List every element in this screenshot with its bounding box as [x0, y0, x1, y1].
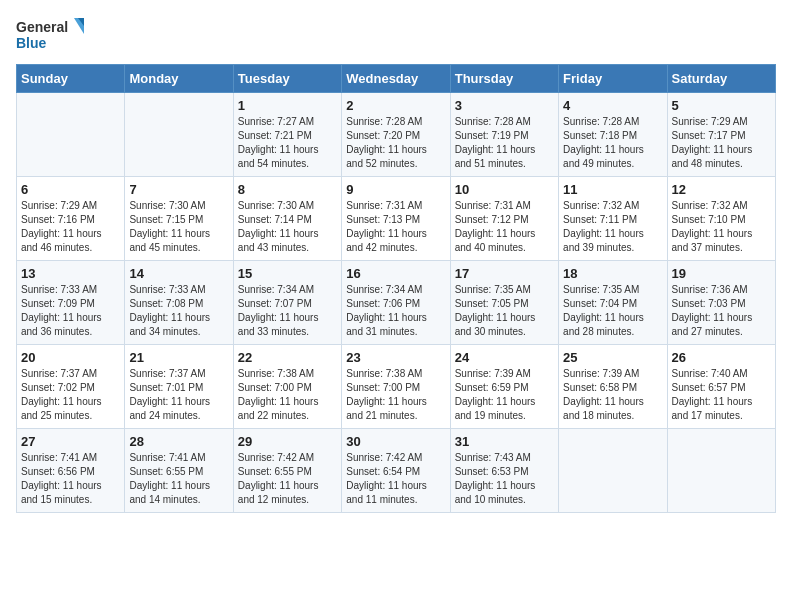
col-header-monday: Monday [125, 65, 233, 93]
calendar-cell: 15Sunrise: 7:34 AMSunset: 7:07 PMDayligh… [233, 261, 341, 345]
day-number: 12 [672, 182, 771, 197]
day-info: Sunrise: 7:30 AMSunset: 7:14 PMDaylight:… [238, 199, 337, 255]
day-info: Sunrise: 7:34 AMSunset: 7:07 PMDaylight:… [238, 283, 337, 339]
day-info: Sunrise: 7:33 AMSunset: 7:09 PMDaylight:… [21, 283, 120, 339]
calendar-cell [125, 93, 233, 177]
calendar-cell: 13Sunrise: 7:33 AMSunset: 7:09 PMDayligh… [17, 261, 125, 345]
calendar-cell: 24Sunrise: 7:39 AMSunset: 6:59 PMDayligh… [450, 345, 558, 429]
day-info: Sunrise: 7:37 AMSunset: 7:02 PMDaylight:… [21, 367, 120, 423]
calendar-cell: 4Sunrise: 7:28 AMSunset: 7:18 PMDaylight… [559, 93, 667, 177]
calendar-cell: 16Sunrise: 7:34 AMSunset: 7:06 PMDayligh… [342, 261, 450, 345]
day-info: Sunrise: 7:28 AMSunset: 7:19 PMDaylight:… [455, 115, 554, 171]
calendar-cell: 23Sunrise: 7:38 AMSunset: 7:00 PMDayligh… [342, 345, 450, 429]
day-info: Sunrise: 7:31 AMSunset: 7:12 PMDaylight:… [455, 199, 554, 255]
day-number: 24 [455, 350, 554, 365]
day-info: Sunrise: 7:35 AMSunset: 7:05 PMDaylight:… [455, 283, 554, 339]
calendar-cell [667, 429, 775, 513]
week-row-5: 27Sunrise: 7:41 AMSunset: 6:56 PMDayligh… [17, 429, 776, 513]
day-info: Sunrise: 7:27 AMSunset: 7:21 PMDaylight:… [238, 115, 337, 171]
day-info: Sunrise: 7:29 AMSunset: 7:16 PMDaylight:… [21, 199, 120, 255]
day-info: Sunrise: 7:30 AMSunset: 7:15 PMDaylight:… [129, 199, 228, 255]
calendar-cell: 30Sunrise: 7:42 AMSunset: 6:54 PMDayligh… [342, 429, 450, 513]
day-number: 30 [346, 434, 445, 449]
week-row-3: 13Sunrise: 7:33 AMSunset: 7:09 PMDayligh… [17, 261, 776, 345]
calendar-cell: 9Sunrise: 7:31 AMSunset: 7:13 PMDaylight… [342, 177, 450, 261]
day-info: Sunrise: 7:42 AMSunset: 6:54 PMDaylight:… [346, 451, 445, 507]
day-info: Sunrise: 7:38 AMSunset: 7:00 PMDaylight:… [238, 367, 337, 423]
day-number: 9 [346, 182, 445, 197]
day-info: Sunrise: 7:28 AMSunset: 7:18 PMDaylight:… [563, 115, 662, 171]
day-number: 18 [563, 266, 662, 281]
day-number: 26 [672, 350, 771, 365]
day-number: 20 [21, 350, 120, 365]
day-number: 1 [238, 98, 337, 113]
day-info: Sunrise: 7:31 AMSunset: 7:13 PMDaylight:… [346, 199, 445, 255]
day-info: Sunrise: 7:36 AMSunset: 7:03 PMDaylight:… [672, 283, 771, 339]
day-number: 31 [455, 434, 554, 449]
calendar-cell: 10Sunrise: 7:31 AMSunset: 7:12 PMDayligh… [450, 177, 558, 261]
day-info: Sunrise: 7:41 AMSunset: 6:56 PMDaylight:… [21, 451, 120, 507]
day-info: Sunrise: 7:39 AMSunset: 6:59 PMDaylight:… [455, 367, 554, 423]
calendar-cell: 3Sunrise: 7:28 AMSunset: 7:19 PMDaylight… [450, 93, 558, 177]
calendar-cell: 22Sunrise: 7:38 AMSunset: 7:00 PMDayligh… [233, 345, 341, 429]
day-info: Sunrise: 7:40 AMSunset: 6:57 PMDaylight:… [672, 367, 771, 423]
calendar-table: SundayMondayTuesdayWednesdayThursdayFrid… [16, 64, 776, 513]
calendar-cell: 27Sunrise: 7:41 AMSunset: 6:56 PMDayligh… [17, 429, 125, 513]
col-header-thursday: Thursday [450, 65, 558, 93]
col-header-wednesday: Wednesday [342, 65, 450, 93]
calendar-cell: 31Sunrise: 7:43 AMSunset: 6:53 PMDayligh… [450, 429, 558, 513]
calendar-cell: 17Sunrise: 7:35 AMSunset: 7:05 PMDayligh… [450, 261, 558, 345]
day-number: 13 [21, 266, 120, 281]
week-row-1: 1Sunrise: 7:27 AMSunset: 7:21 PMDaylight… [17, 93, 776, 177]
calendar-cell: 5Sunrise: 7:29 AMSunset: 7:17 PMDaylight… [667, 93, 775, 177]
day-number: 14 [129, 266, 228, 281]
calendar-cell: 6Sunrise: 7:29 AMSunset: 7:16 PMDaylight… [17, 177, 125, 261]
col-header-sunday: Sunday [17, 65, 125, 93]
calendar-cell: 25Sunrise: 7:39 AMSunset: 6:58 PMDayligh… [559, 345, 667, 429]
day-number: 23 [346, 350, 445, 365]
day-number: 5 [672, 98, 771, 113]
calendar-cell: 7Sunrise: 7:30 AMSunset: 7:15 PMDaylight… [125, 177, 233, 261]
day-info: Sunrise: 7:43 AMSunset: 6:53 PMDaylight:… [455, 451, 554, 507]
calendar-cell: 18Sunrise: 7:35 AMSunset: 7:04 PMDayligh… [559, 261, 667, 345]
day-info: Sunrise: 7:41 AMSunset: 6:55 PMDaylight:… [129, 451, 228, 507]
calendar-cell [17, 93, 125, 177]
col-header-saturday: Saturday [667, 65, 775, 93]
day-number: 17 [455, 266, 554, 281]
day-number: 2 [346, 98, 445, 113]
week-row-4: 20Sunrise: 7:37 AMSunset: 7:02 PMDayligh… [17, 345, 776, 429]
day-info: Sunrise: 7:29 AMSunset: 7:17 PMDaylight:… [672, 115, 771, 171]
day-number: 28 [129, 434, 228, 449]
calendar-cell: 14Sunrise: 7:33 AMSunset: 7:08 PMDayligh… [125, 261, 233, 345]
day-info: Sunrise: 7:34 AMSunset: 7:06 PMDaylight:… [346, 283, 445, 339]
calendar-cell: 1Sunrise: 7:27 AMSunset: 7:21 PMDaylight… [233, 93, 341, 177]
day-number: 11 [563, 182, 662, 197]
calendar-cell: 2Sunrise: 7:28 AMSunset: 7:20 PMDaylight… [342, 93, 450, 177]
day-info: Sunrise: 7:37 AMSunset: 7:01 PMDaylight:… [129, 367, 228, 423]
day-info: Sunrise: 7:35 AMSunset: 7:04 PMDaylight:… [563, 283, 662, 339]
calendar-cell: 12Sunrise: 7:32 AMSunset: 7:10 PMDayligh… [667, 177, 775, 261]
calendar-cell: 19Sunrise: 7:36 AMSunset: 7:03 PMDayligh… [667, 261, 775, 345]
day-info: Sunrise: 7:39 AMSunset: 6:58 PMDaylight:… [563, 367, 662, 423]
week-row-2: 6Sunrise: 7:29 AMSunset: 7:16 PMDaylight… [17, 177, 776, 261]
day-info: Sunrise: 7:32 AMSunset: 7:11 PMDaylight:… [563, 199, 662, 255]
day-number: 16 [346, 266, 445, 281]
day-number: 22 [238, 350, 337, 365]
day-number: 21 [129, 350, 228, 365]
page-header: General Blue [16, 16, 776, 56]
day-number: 27 [21, 434, 120, 449]
svg-text:Blue: Blue [16, 35, 47, 51]
calendar-cell: 20Sunrise: 7:37 AMSunset: 7:02 PMDayligh… [17, 345, 125, 429]
calendar-cell: 28Sunrise: 7:41 AMSunset: 6:55 PMDayligh… [125, 429, 233, 513]
day-number: 10 [455, 182, 554, 197]
day-number: 3 [455, 98, 554, 113]
calendar-cell: 11Sunrise: 7:32 AMSunset: 7:11 PMDayligh… [559, 177, 667, 261]
col-header-tuesday: Tuesday [233, 65, 341, 93]
day-info: Sunrise: 7:28 AMSunset: 7:20 PMDaylight:… [346, 115, 445, 171]
svg-text:General: General [16, 19, 68, 35]
logo-svg: General Blue [16, 16, 86, 56]
day-info: Sunrise: 7:33 AMSunset: 7:08 PMDaylight:… [129, 283, 228, 339]
calendar-cell: 29Sunrise: 7:42 AMSunset: 6:55 PMDayligh… [233, 429, 341, 513]
calendar-cell: 8Sunrise: 7:30 AMSunset: 7:14 PMDaylight… [233, 177, 341, 261]
day-info: Sunrise: 7:38 AMSunset: 7:00 PMDaylight:… [346, 367, 445, 423]
